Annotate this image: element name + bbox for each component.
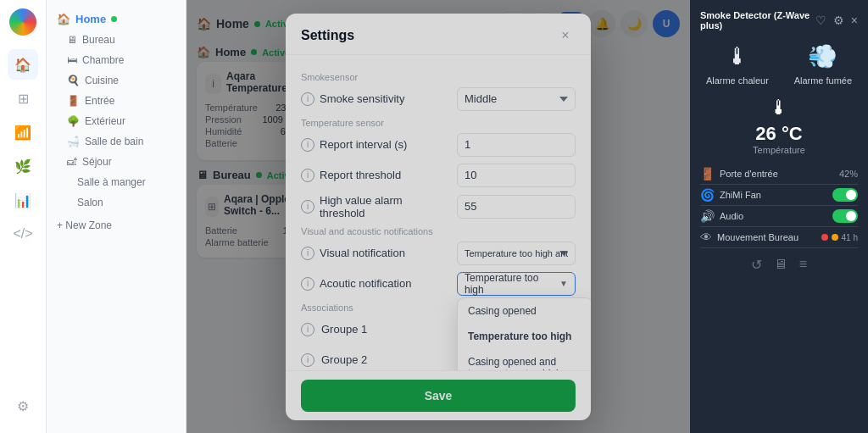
info-icon[interactable]: i: [301, 247, 314, 260]
zone-item-sejour[interactable]: 🛋 Séjour: [47, 152, 186, 172]
info-icon[interactable]: i: [301, 138, 314, 152]
zone-item-salle-manger[interactable]: Salle à manger: [47, 172, 186, 192]
status-dot-red: [821, 234, 828, 241]
zone-item-label: Cuisine: [85, 75, 119, 86]
zone-item-exterieur[interactable]: 🌳 Extérieur: [47, 111, 186, 131]
rp-alarm-icons: 🌡 Alarme chaleur 💨 Alarme fumée: [700, 42, 858, 86]
rp-temp-label: Température: [700, 145, 858, 155]
home-active-dot: [111, 16, 117, 22]
rp-header: Smoke Detector (Z-Wave plus) ♡ ⚙ ×: [700, 10, 858, 31]
save-button[interactable]: Save: [301, 380, 576, 412]
zone-sub-label: Salle à manger: [77, 176, 146, 188]
zone-item-entree[interactable]: 🚪 Entrée: [47, 91, 186, 111]
smoke-sensitivity-select[interactable]: Middle Low High: [457, 87, 576, 111]
zone-item-cuisine[interactable]: 🍳 Cuisine: [47, 70, 186, 91]
zone-item-label: Extérieur: [85, 115, 125, 127]
zone-item-chambre[interactable]: 🛏 Chambre: [47, 50, 186, 70]
acoustic-dropdown-menu: Casing opened Temperature too high Casin…: [457, 297, 591, 370]
gear-icon[interactable]: ⚙: [833, 14, 844, 27]
acoustic-notif-label: i Acoutic notification: [301, 277, 450, 291]
high-alarm-row: i High value alarm threshold: [301, 194, 576, 219]
sidebar-icon-code[interactable]: </>: [8, 219, 38, 249]
zone-item-label: Bureau: [82, 34, 115, 46]
zone-home-label: Home: [75, 13, 106, 25]
high-alarm-input[interactable]: [457, 195, 576, 219]
zone-home[interactable]: 🏠 Home: [47, 8, 186, 30]
report-threshold-input[interactable]: [457, 164, 576, 187]
smoke-icon: 💨: [808, 42, 837, 70]
app-logo[interactable]: [9, 8, 36, 36]
info-icon[interactable]: i: [301, 92, 314, 106]
dropdown-item-casing[interactable]: Casing opened: [458, 298, 591, 324]
report-interval-input[interactable]: [457, 133, 576, 157]
sidebar: 🏠 ⊞ 📶 🌿 📊 </> ⚙: [0, 0, 47, 433]
temp-sensor-section-header: Temperature sensor: [301, 118, 576, 128]
info-icon[interactable]: i: [301, 277, 314, 291]
dropdown-item-temp-high[interactable]: Temperature too high: [458, 324, 591, 349]
smoke-sensitivity-label: i Smoke sensitivity: [301, 92, 450, 106]
smokesensor-section-header: Smokesensor: [301, 72, 576, 82]
modal-footer: Save: [286, 370, 591, 420]
sidebar-icon-wifi[interactable]: 📶: [8, 117, 38, 147]
modal-body: Smokesensor i Smoke sensitivity Middle L…: [286, 55, 591, 370]
main-content: 🏠 Home Active ≡ ⊞ ⊟ 🔔 🌙 U 🏠 Home Active …: [186, 0, 690, 433]
rp-device-zhimi: 🌀 ZhiMi Fan: [700, 185, 858, 206]
thermometer-big-icon: 🌡: [700, 96, 858, 119]
visual-notif-row: i Visual notification Temperature too hi…: [301, 241, 576, 265]
report-interval-label: i Report interval (s): [301, 138, 450, 152]
zone-item-salon[interactable]: Salon: [47, 192, 186, 213]
acoustic-notif-select[interactable]: Temperature too high ▼: [457, 272, 576, 296]
sidebar-icon-chart[interactable]: 📊: [8, 185, 38, 215]
status-dot-amber: [832, 234, 838, 241]
zone-item-label: Séjour: [82, 156, 112, 168]
acoustic-dropdown-wrapper: Temperature too high ▼ Casing opened Tem…: [457, 272, 576, 296]
info-icon[interactable]: i: [301, 200, 314, 214]
zone-item-label: Salle de bain: [85, 136, 143, 147]
modal-overlay: Settings × Smokesensor i Smoke sensitivi…: [186, 0, 690, 433]
close-icon[interactable]: ×: [851, 14, 858, 27]
rp-device-mouvement: 👁 Mouvement Bureau 41 h: [700, 227, 858, 248]
fan-icon: 🌀: [700, 188, 715, 202]
rp-alarm-chaleur: 🌡 Alarme chaleur: [706, 42, 769, 86]
visual-acoustic-header: Visual and acoustic notifications: [301, 226, 576, 236]
dropdown-item-casing-temp[interactable]: Casing opened and temperature too high: [458, 349, 591, 370]
chevron-down-icon: ▼: [559, 279, 568, 288]
rp-devices: 🚪 Porte d'entrée 42% 🌀 ZhiMi Fan 🔊 Audio…: [700, 164, 858, 248]
right-panel: Smoke Detector (Z-Wave plus) ♡ ⚙ × 🌡 Ala…: [690, 0, 868, 433]
menu-icon[interactable]: ≡: [799, 257, 807, 273]
zone-item-sdb[interactable]: 🛁 Salle de bain: [47, 131, 186, 152]
motion-icon: 👁: [700, 230, 712, 244]
report-interval-row: i Report interval (s): [301, 133, 576, 157]
sidebar-icon-home[interactable]: 🏠: [8, 49, 38, 80]
add-zone-button[interactable]: + New Zone: [47, 213, 186, 238]
door-icon: 🚪: [700, 167, 715, 180]
sidebar-icon-leaf[interactable]: 🌿: [8, 151, 38, 181]
zhimi-toggle[interactable]: [832, 188, 858, 202]
info-icon[interactable]: i: [301, 169, 314, 182]
heart-icon[interactable]: ♡: [815, 14, 826, 27]
rp-header-icons: ♡ ⚙ ×: [815, 14, 858, 27]
visual-notif-label: i Visual notification: [301, 247, 450, 260]
refresh-icon[interactable]: ↺: [751, 257, 762, 273]
audio-icon: 🔊: [700, 209, 715, 223]
sidebar-icon-settings[interactable]: ⚙: [8, 391, 38, 421]
visual-notif-select[interactable]: Temperature too high and la...: [457, 241, 576, 265]
zone-item-label: Entrée: [85, 95, 114, 107]
exterieur-icon: 🌳: [67, 115, 80, 127]
chambre-icon: 🛏: [67, 54, 77, 66]
info-icon[interactable]: i: [301, 353, 314, 367]
report-threshold-row: i Report threshold: [301, 164, 576, 187]
sidebar-icon-grid[interactable]: ⊞: [8, 83, 38, 114]
zone-sub-label: Salon: [77, 197, 103, 208]
cuisine-icon: 🍳: [67, 75, 80, 86]
info-icon[interactable]: i: [301, 323, 314, 336]
rp-title: Smoke Detector (Z-Wave plus): [700, 10, 815, 31]
monitor-icon[interactable]: 🖥: [774, 257, 787, 273]
rp-temperature-display: 🌡 26 °C Température: [700, 96, 858, 155]
home-icon: 🏠: [57, 13, 70, 25]
modal-close-button[interactable]: ×: [555, 25, 576, 46]
settings-modal: Settings × Smokesensor i Smoke sensitivi…: [286, 14, 591, 420]
zone-item-bureau[interactable]: 🖥 Bureau: [47, 30, 186, 50]
audio-toggle[interactable]: [832, 209, 858, 223]
report-threshold-label: i Report threshold: [301, 169, 450, 182]
